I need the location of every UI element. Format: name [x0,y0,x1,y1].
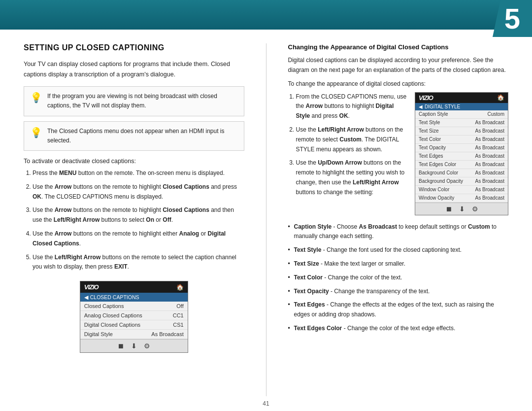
left-row-0-label: Closed Captions [84,303,124,309]
tip-text-2: The Closed Captions menu does not appear… [47,127,238,145]
step-2: Use the Arrow buttons on the remote to h… [33,182,244,202]
left-menu-row-0: Closed Captions Off [80,302,188,311]
right-footer-icon-0: ⏹ [445,205,452,213]
right-column: Changing the Appearance of Digital Close… [288,43,509,396]
right-row-8-label: Background Opacity [419,178,463,184]
right-row-10-label: Window Opacity [419,195,454,201]
left-row-3-label: Digital Style [84,331,113,337]
right-section-title: Changing the Appearance of Digital Close… [288,43,509,51]
left-footer-icon-1: ⬇ [131,342,137,350]
step-1: Press the MENU button on the remote. The… [33,169,244,178]
left-heading: SETTING UP CLOSED CAPTIONING [24,43,244,52]
right-content-row: From the CLOSED CAPTIONS menu, use the A… [288,92,509,215]
left-row-2-value: CS1 [173,322,183,328]
left-row-3-value: As Broadcast [151,331,183,337]
right-row-6-value: As Broadcast [475,162,504,167]
left-footer-icon-0: ⏹ [117,342,124,350]
footer-page-number: 41 [263,400,269,407]
right-menu-row-7: Background Color As Broadcast [415,169,508,177]
tip-box-2: 💡 The Closed Captions menu does not appe… [24,121,244,151]
left-menu-row-2: Digital Closed Captions CS1 [80,320,188,330]
right-steps-list: From the CLOSED CAPTIONS menu, use the A… [288,92,407,198]
right-row-0-value: Custom [488,111,504,117]
bullets-list: Caption Style - Choose As Broadcast to k… [288,222,509,334]
right-step-2: Use the Left/Right Arrow buttons on the … [296,125,407,154]
right-row-1-value: As Broadcast [475,120,504,125]
right-row-0-label: Caption Style [419,111,448,117]
left-tv-menu-container: VIZIO 🏠 ◀ CLOSED CAPTIONS Closed Caption… [24,281,244,353]
right-footer-icon-1: ⬇ [459,205,465,213]
bullet-5: Text Edges - Change the effects at the e… [288,300,509,320]
right-menu-row-2: Text Size As Broadcast [415,127,508,136]
left-tv-menu-section: ◀ CLOSED CAPTIONS [80,293,188,302]
top-bar [0,0,532,30]
left-section-arrow: ◀ [84,294,88,300]
right-steps: From the CLOSED CAPTIONS menu, use the A… [288,92,407,215]
right-row-5-value: As Broadcast [475,153,504,159]
right-menu-row-1: Text Style As Broadcast [415,119,508,127]
right-tv-menu-section: ◀ DIGITAL STYLE [415,103,508,110]
right-menu-row-4: Text Opacity As Broadcast [415,144,508,152]
left-footer-icon-2: ⚙ [144,342,150,350]
right-row-3-label: Text Color [419,137,441,142]
right-tv-menu: VIZIO 🏠 ◀ DIGITAL STYLE Caption Style Cu… [415,92,508,215]
right-menu-row-3: Text Color As Broadcast [415,136,508,144]
bullet-4: Text Opacity - Change the transparency o… [288,287,509,297]
right-row-9-label: Window Color [419,187,449,192]
right-row-7-label: Background Color [419,170,458,175]
right-row-10-value: As Broadcast [475,195,504,201]
right-tv-menu-container: VIZIO 🏠 ◀ DIGITAL STYLE Caption Style Cu… [415,92,508,215]
right-menu-row-10: Window Opacity As Broadcast [415,194,508,203]
bullet-3: Text Color - Change the color of the tex… [288,273,509,283]
tip-icon-2: 💡 [30,128,42,137]
left-tv-menu-home-icon: 🏠 [176,284,184,291]
step-5: Use the Left/Right Arrow buttons on the … [33,253,244,273]
right-row-4-label: Text Opacity [419,145,446,150]
steps-intro: To activate or deactivate closed caption… [24,158,244,165]
right-section-arrow: ◀ [419,104,423,109]
left-column: SETTING UP CLOSED CAPTIONING Your TV can… [24,43,244,396]
right-menu-row-9: Window Color As Broadcast [415,186,508,194]
right-menu-row-8: Background Opacity As Broadcast [415,177,508,186]
left-row-1-value: CC1 [173,312,184,318]
right-step-1: From the CLOSED CAPTIONS menu, use the A… [296,92,407,121]
main-content: SETTING UP CLOSED CAPTIONING Your TV can… [0,30,532,396]
right-footer-icon-2: ⚙ [472,205,478,213]
right-tv-menu-logo: VIZIO [419,94,433,102]
left-menu-row-3: Digital Style As Broadcast [80,330,188,339]
tip-icon-1: 💡 [30,93,42,103]
right-section-label: DIGITAL STYLE [425,104,460,109]
right-tv-menu-header-left: VIZIO [419,94,433,102]
left-menu-row-1: Analog Closed Captions CC1 [80,311,188,320]
tip-text-1: If the program you are viewing is not be… [47,92,238,110]
right-row-4-value: As Broadcast [475,145,504,150]
left-intro: Your TV can display closed captions for … [24,59,244,79]
right-row-1-label: Text Style [419,120,440,125]
right-tv-menu-footer: ⏹ ⬇ ⚙ [415,203,508,215]
bullet-1: Text Style - Change the font used for th… [288,245,509,255]
right-row-5-label: Text Edges [419,153,443,159]
left-row-0-value: Off [176,303,183,309]
column-divider [266,43,266,396]
tip-box-1: 💡 If the program you are viewing is not … [24,86,244,116]
right-tv-menu-header: VIZIO 🏠 [415,93,508,103]
left-row-1-label: Analog Closed Captions [84,312,142,318]
left-row-2-label: Digital Closed Captions [84,322,140,328]
bullet-6: Text Edges Color - Change the color of t… [288,324,509,334]
left-tv-menu-footer: ⏹ ⬇ ⚙ [80,339,188,352]
left-tv-menu-logo: VIZIO [84,283,99,291]
page-footer: 41 [0,400,532,407]
left-section-label: CLOSED CAPTIONS [90,294,139,300]
right-menu-row-5: Text Edges As Broadcast [415,152,508,161]
bullet-0: Caption Style - Choose As Broadcast to k… [288,222,509,242]
right-menu-row-0: Caption Style Custom [415,110,508,119]
right-tv-menu-home-icon: 🏠 [497,94,504,101]
right-row-2-label: Text Size [419,128,439,134]
bullet-2: Text Size - Make the text larger or smal… [288,259,509,269]
right-row-2-value: As Broadcast [475,128,504,134]
right-row-8-value: As Broadcast [475,178,504,184]
left-tv-menu: VIZIO 🏠 ◀ CLOSED CAPTIONS Closed Caption… [80,281,188,353]
right-row-3-value: As Broadcast [475,137,504,142]
right-row-7-value: As Broadcast [475,170,504,175]
steps-list: Press the MENU button on the remote. The… [24,169,244,272]
